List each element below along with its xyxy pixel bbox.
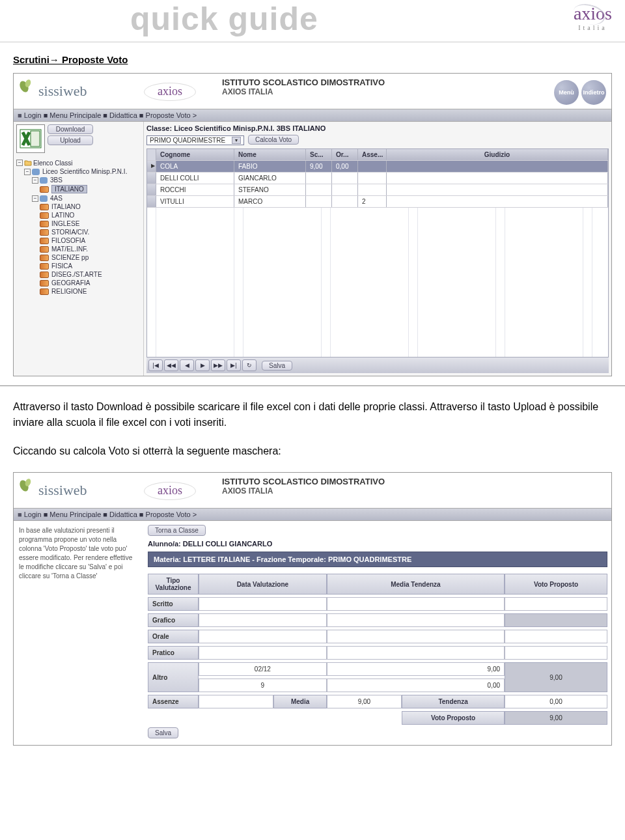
cell-cognome: ROCCHI	[156, 184, 234, 195]
calcola-voto-button[interactable]: Calcola Voto	[248, 135, 299, 145]
pager-next[interactable]: ▶	[195, 359, 210, 371]
page-header: quick guide axios Italia	[0, 0, 625, 42]
col-sc[interactable]: Sc...	[306, 149, 332, 160]
cell-media[interactable]	[327, 646, 505, 660]
pager-prev[interactable]: ◀	[180, 359, 194, 371]
tree-toggle[interactable]: −	[16, 160, 23, 166]
lbl-media: Media	[273, 695, 326, 708]
svg-rect-3	[31, 131, 40, 147]
cell-voto-disabled	[505, 613, 607, 627]
cell-altro-media[interactable]: 9,00	[327, 662, 505, 676]
breadcrumb: ■ Login ■ Menu Principale ■ Didattica ■ …	[14, 109, 611, 122]
breadcrumb: ■ Login ■ Menu Principale ■ Didattica ■ …	[14, 508, 611, 521]
pager-last[interactable]: ▶|	[227, 359, 241, 371]
tree-subject[interactable]: FILOSOFIA	[51, 237, 85, 244]
row-assenze: Assenze	[148, 695, 199, 708]
cell-altro-n[interactable]: 9	[199, 679, 327, 692]
col-giudizio[interactable]: Giudizio	[387, 149, 608, 160]
table-row[interactable]: VITULLI MARCO 2	[147, 195, 608, 207]
tree-3bs[interactable]: 3BS	[50, 176, 62, 184]
main-area: Classe: Liceo Scientifico Minisp.P.N.I. …	[144, 122, 611, 376]
table-row[interactable]: DELLI COLLI GIANCARLO	[147, 172, 608, 184]
nav-back-button[interactable]: Indietro	[581, 80, 606, 105]
tree-subject[interactable]: FISICA	[51, 262, 72, 270]
subject-icon	[40, 255, 49, 261]
tree-3bs-italiano[interactable]: ITALIANO	[51, 185, 87, 193]
row-indicator	[147, 173, 156, 184]
cell-altro-voto: 9,00	[505, 662, 607, 692]
class-icon	[40, 195, 48, 202]
download-button[interactable]: Download	[48, 124, 93, 134]
cell-data[interactable]	[199, 646, 327, 660]
institute-block: ISTITUTO SCOLASTICO DIMOSTRATIVO AXIOS I…	[222, 477, 385, 496]
tree-subject[interactable]: GEOGRAFIA	[51, 279, 90, 287]
salva-button[interactable]: Salva	[262, 361, 292, 371]
tree-subject[interactable]: STORIA/CIV.	[51, 229, 89, 236]
cell-data[interactable]	[199, 597, 327, 611]
screenshot-proposte-voto: sissiweb axios ISTITUTO SCOLASTICO DIMOS…	[13, 73, 612, 376]
tree-subject[interactable]: MAT/EL.INF.	[51, 245, 88, 253]
tree-toggle[interactable]: −	[24, 169, 31, 175]
subject-icon	[40, 204, 49, 210]
tree-toggle[interactable]: −	[32, 195, 38, 202]
cell-media[interactable]	[327, 597, 505, 611]
tree-4as[interactable]: 4AS	[50, 195, 62, 202]
breadcrumb-text[interactable]: Login ■ Menu Principale ■ Didattica ■ Pr…	[24, 111, 197, 119]
torna-classe-button[interactable]: Torna a Classe	[148, 525, 206, 536]
tree-liceo[interactable]: Liceo Scientifico Minisp.P.N.I.	[42, 168, 127, 175]
pager-next-page[interactable]: ▶▶	[211, 359, 225, 371]
paragraph-2: Ciccando su calcola Voto si otterrà la s…	[13, 443, 612, 459]
cell-sc	[306, 184, 332, 195]
hdr-media: Media Tendenza	[327, 574, 505, 595]
cell-cognome: VITULLI	[156, 196, 234, 207]
periodo-select[interactable]: PRIMO QUADRIMESTRE ▾	[146, 135, 244, 145]
screenshot-calcola-voto: sissiweb axios ISTITUTO SCOLASTICO DIMOS…	[13, 472, 612, 746]
students-grid: Cognome Nome Sc... Or... Asse... Giudizi…	[146, 148, 609, 357]
group-icon	[32, 169, 40, 175]
tree-subject[interactable]: INGLESE	[51, 220, 79, 227]
table-row[interactable]: ROCCHI STEFANO	[147, 184, 608, 195]
cell-data[interactable]	[199, 630, 327, 643]
help-sidebar: In base alle valutazioni presenti il pro…	[14, 521, 144, 745]
subject-icon	[40, 272, 49, 278]
col-nome[interactable]: Nome	[234, 149, 306, 160]
lbl-voto-proposto: Voto Proposto	[402, 711, 505, 725]
tree-subject[interactable]: DISEG./ST.ARTE	[51, 271, 102, 278]
tree-subject[interactable]: ITALIANO	[51, 203, 81, 210]
class-label: Classe: Liceo Scientifico Minisp.P.N.I. …	[146, 124, 609, 132]
pager-first[interactable]: |◀	[148, 359, 163, 371]
tree-toggle[interactable]: −	[32, 177, 38, 184]
breadcrumb-text[interactable]: Login ■ Menu Principale ■ Didattica ■ Pr…	[24, 511, 197, 518]
col-asse[interactable]: Asse...	[358, 149, 387, 160]
tree-subject[interactable]: SCIENZE pp	[51, 254, 89, 261]
tree-root[interactable]: Elenco Classi	[33, 160, 73, 167]
cell-media[interactable]	[327, 630, 505, 643]
hdr-tipo: Tipo Valutazione	[148, 574, 199, 595]
chevron-down-icon: ▾	[232, 137, 241, 144]
nav-menu-button[interactable]: Menù	[554, 80, 579, 105]
cell-altro-date[interactable]: 02/12	[199, 662, 327, 676]
cell-sc	[306, 196, 332, 207]
cell-voto-proposto: 9,00	[505, 711, 607, 725]
col-cognome[interactable]: Cognome	[156, 149, 234, 160]
cell-data[interactable]	[199, 613, 327, 627]
cell-giudizio	[387, 184, 608, 195]
table-row[interactable]: ▶ COLA FABIO 9,00 0,00	[147, 160, 608, 172]
cell-altro-tend[interactable]: 0,00	[327, 679, 505, 692]
paragraph-1: Attraverso il tasto Download è possibile…	[13, 399, 612, 430]
cell-voto[interactable]	[505, 646, 607, 660]
upload-button[interactable]: Upload	[48, 135, 93, 145]
tree-subject[interactable]: RELIGIONE	[51, 288, 87, 295]
salva-button[interactable]: Salva	[148, 727, 178, 738]
tree-subject[interactable]: LATINO	[51, 212, 74, 219]
cell-media[interactable]	[327, 613, 505, 627]
col-or[interactable]: Or...	[332, 149, 358, 160]
pager-refresh-icon[interactable]: ↻	[242, 359, 257, 371]
sidebar: Download Upload −Elenco Classi −Liceo Sc…	[14, 122, 144, 376]
cell-assenze-tend: 0,00	[505, 695, 607, 708]
cell-sc: 9,00	[306, 161, 332, 172]
cell-voto[interactable]	[505, 630, 607, 643]
cell-voto[interactable]	[505, 597, 607, 611]
pager-prev-page[interactable]: ◀◀	[164, 359, 178, 371]
cell-assenze-val[interactable]	[199, 695, 273, 708]
